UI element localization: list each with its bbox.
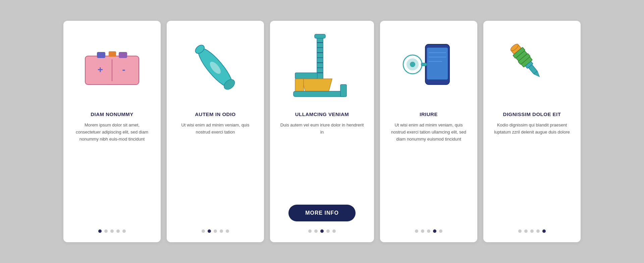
leaf-blower-icon xyxy=(176,31,255,105)
dot xyxy=(415,229,418,233)
card-5-title: DIGNISSIM DOLOE EIT xyxy=(503,111,561,117)
dot xyxy=(518,229,522,233)
card-2: AUTEM IN ODIO Ut wisi enim ad minim veni… xyxy=(167,21,264,242)
card-5-dots xyxy=(518,229,546,233)
svg-point-32 xyxy=(410,62,415,67)
dot xyxy=(116,229,120,233)
card-4-text: Ut wisi enim ad minim veniam, quis nostr… xyxy=(389,122,468,221)
card-4-dots xyxy=(415,229,442,233)
dot xyxy=(439,229,442,233)
dot xyxy=(320,229,324,233)
svg-rect-3 xyxy=(119,52,127,58)
dot xyxy=(427,229,430,233)
caliper-icon xyxy=(279,31,365,105)
dot xyxy=(220,229,223,233)
svg-rect-22 xyxy=(295,79,304,92)
svg-rect-23 xyxy=(293,91,345,97)
svg-marker-21 xyxy=(302,79,332,91)
cards-container: + - DIAM NONUMMY Morem ipsum dolor sit a… xyxy=(43,7,601,256)
svg-rect-24 xyxy=(340,85,346,97)
dot xyxy=(226,229,229,233)
card-1-dots xyxy=(98,229,126,233)
dot xyxy=(530,229,534,233)
spark-plug-icon xyxy=(493,31,571,105)
card-1-text: Morem ipsum dolor sit amet, consectetuer… xyxy=(73,122,151,221)
dot xyxy=(122,229,126,233)
card-3: ULLAMCING VENIAM Duis autem vel eum iriu… xyxy=(270,21,374,242)
dot xyxy=(326,229,330,233)
card-4-title: IRIURE xyxy=(420,111,438,117)
dot xyxy=(202,229,205,233)
card-4: IRIURE Ut wisi enim ad minim veniam, qui… xyxy=(380,21,477,242)
svg-rect-33 xyxy=(421,63,427,66)
card-3-title: ULLAMCING VENIAM xyxy=(295,111,349,117)
dot xyxy=(332,229,336,233)
card-2-title: AUTEM IN ODIO xyxy=(195,111,236,117)
dot xyxy=(524,229,528,233)
card-2-text: Ut wisi enim ad minim veniam, quis nostr… xyxy=(176,122,255,221)
dot xyxy=(536,229,540,233)
svg-rect-19 xyxy=(315,34,325,38)
card-5-text: Kodio dignissim qui blandit praesent lup… xyxy=(493,122,571,221)
dot xyxy=(214,229,217,233)
dot xyxy=(208,229,211,233)
dot xyxy=(308,229,312,233)
card-1-title: DIAM NONUMMY xyxy=(91,111,133,117)
battery-icon: + - xyxy=(73,31,151,105)
more-info-button[interactable]: MORE INFO xyxy=(288,205,356,221)
dot xyxy=(110,229,114,233)
card-3-dots xyxy=(308,229,336,233)
card-1: + - DIAM NONUMMY Morem ipsum dolor sit a… xyxy=(63,21,161,242)
dot xyxy=(98,229,102,233)
svg-rect-20 xyxy=(295,73,317,79)
card-3-text: Duis autem vel eum iriure dolor in hendr… xyxy=(279,122,365,199)
dot xyxy=(542,229,546,233)
dot xyxy=(433,229,436,233)
svg-text:-: - xyxy=(122,64,125,75)
dot xyxy=(421,229,424,233)
dot xyxy=(314,229,318,233)
svg-rect-2 xyxy=(109,51,116,57)
diagnostic-icon xyxy=(389,31,468,105)
dot xyxy=(104,229,108,233)
svg-rect-1 xyxy=(97,52,105,58)
card-2-dots xyxy=(202,229,229,233)
svg-text:+: + xyxy=(98,64,103,75)
card-5: DIGNISSIM DOLOE EIT Kodio dignissim qui … xyxy=(483,21,581,242)
